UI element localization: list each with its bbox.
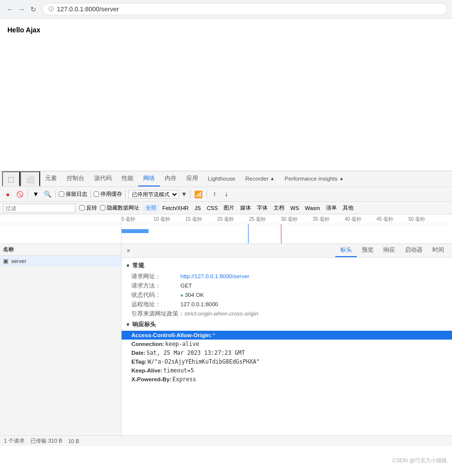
header-value-date: Sat, 25 Mar 2023 13:27:23 GMT — [147, 349, 245, 356]
wifi-icon-button[interactable]: 📶 — [194, 189, 203, 199]
timeline-header: 5 毫秒 10 毫秒 15 毫秒 20 毫秒 25 毫秒 30 毫秒 35 毫秒… — [0, 214, 452, 224]
upload-button[interactable]: ↑ — [210, 189, 220, 199]
address-bar[interactable]: ⓘ 127.0.0.1:8000/server — [42, 3, 447, 15]
tick-30ms: 30 毫秒 — [281, 216, 298, 223]
filter-manifest-btn[interactable]: 清单 — [324, 204, 339, 212]
tab-performance[interactable]: 性能 — [117, 171, 138, 186]
url-text: 127.0.0.1:8000/server — [57, 5, 119, 13]
details-tab-response[interactable]: 响应 — [378, 244, 400, 257]
devtools: ⬚ ⬜ 元素 控制台 源代码 性能 网络 内存 应用 Lighthouse Re… — [0, 171, 452, 446]
tab-recorder[interactable]: Recorder ▲ — [240, 171, 279, 186]
tick-15ms: 15 毫秒 — [185, 216, 202, 223]
forward-button[interactable]: → — [17, 4, 26, 14]
network-panel: 名称 ▣ server × 标头 预览 响应 启动器 时间 ▼ — [0, 244, 452, 435]
tick-35ms: 35 毫秒 — [313, 216, 329, 223]
tab-elements[interactable]: 元素 — [40, 171, 62, 186]
toolbar-divider-1 — [27, 190, 28, 198]
search-button[interactable]: 🔍 — [43, 189, 52, 199]
header-row-powered-by: X-Powered-By: Express — [122, 375, 452, 384]
details-tab-timing[interactable]: 时间 — [427, 244, 449, 257]
tab-lighthouse[interactable]: Lighthouse — [203, 171, 240, 186]
filter-bar: 反转 隐藏数据网址 全部 Fetch/XHR JS CSS 图片 媒体 字体 文… — [0, 202, 452, 214]
close-details-button[interactable]: × — [125, 247, 132, 255]
filter-icon-button[interactable]: ▼ — [31, 189, 41, 199]
filter-fetch-xhr-btn[interactable]: Fetch/XHR — [160, 205, 191, 212]
devtools-inspect-button[interactable]: ⬚ — [2, 171, 20, 186]
detail-row-status: 状态代码： 304 OK — [122, 291, 452, 300]
detail-key-referrer: 引荐来源网址政策： — [131, 310, 184, 317]
disable-cache-label[interactable]: 停用缓存 — [94, 190, 122, 198]
timeline-area: 5 毫秒 10 毫秒 15 毫秒 20 毫秒 25 毫秒 30 毫秒 35 毫秒… — [0, 214, 452, 244]
tab-performance-insights[interactable]: Performance insights ▲ — [280, 171, 349, 186]
filter-all-btn[interactable]: 全部 — [143, 204, 159, 212]
perf-insights-icon: ▲ — [339, 176, 344, 181]
filter-doc-btn[interactable]: 文档 — [271, 204, 287, 212]
timeline-bars-content — [122, 224, 452, 243]
download-button[interactable]: ↓ — [222, 189, 231, 199]
disable-cache-text: 停用缓存 — [100, 190, 122, 198]
toolbar-divider-4 — [125, 190, 126, 198]
timeline-bars-spacer — [0, 224, 122, 243]
status-requests: 1 个请求 — [4, 437, 25, 445]
header-value-access-control: * — [213, 332, 215, 338]
filter-media-btn[interactable]: 媒体 — [238, 204, 253, 212]
filter-ws-btn[interactable]: WS — [288, 205, 301, 212]
details-tab-headers[interactable]: 标头 — [335, 244, 357, 257]
refresh-button[interactable]: ↻ — [28, 4, 38, 14]
requests-list: 名称 ▣ server — [0, 244, 122, 435]
filter-input[interactable] — [3, 204, 75, 212]
filter-wasm-btn[interactable]: Wasm — [302, 205, 323, 212]
preserve-log-checkbox[interactable] — [59, 191, 64, 197]
back-button[interactable]: ← — [5, 4, 15, 14]
details-tab-preview[interactable]: 预览 — [357, 244, 378, 257]
filter-img-btn[interactable]: 图片 — [221, 204, 237, 212]
detail-key-method: 请求方法： — [131, 282, 180, 290]
requests-header: 名称 — [0, 244, 121, 256]
header-name-access-control: Access-Controll-Allow-Origin: — [131, 332, 212, 338]
tab-memory[interactable]: 内存 — [160, 171, 181, 186]
invert-text: 反转 — [86, 204, 97, 212]
detail-value-url: http://127.0.0.1:8000/server — [180, 273, 250, 279]
general-section-label: 常规 — [132, 262, 144, 270]
timeline-marker-red — [281, 224, 281, 243]
disable-cache-checkbox[interactable] — [94, 191, 99, 197]
hide-data-url-label[interactable]: 隐藏数据网址 — [100, 204, 139, 212]
header-value-keepalive: timeout=5 — [163, 367, 194, 374]
tick-20ms: 20 毫秒 — [217, 216, 234, 223]
devtools-device-button[interactable]: ⬜ — [20, 171, 40, 186]
request-item-server[interactable]: ▣ server — [0, 256, 121, 266]
detail-key-remote: 远程地址： — [131, 301, 180, 308]
details-tab-initiator[interactable]: 启动器 — [400, 244, 427, 257]
response-headers-section-header[interactable]: ▼ 响应标头 — [122, 318, 452, 331]
invert-label[interactable]: 反转 — [79, 204, 97, 212]
filter-other-btn[interactable]: 其他 — [340, 204, 356, 212]
header-row-connection: Connection: keep-alive — [122, 340, 452, 348]
recorder-icon: ▲ — [270, 176, 275, 181]
throttle-select[interactable]: 已停用节流模式 — [128, 190, 179, 199]
tick-5ms: 5 毫秒 — [122, 216, 135, 223]
preserve-log-text: 保留日志 — [66, 190, 87, 198]
filter-css-btn[interactable]: CSS — [204, 205, 221, 212]
detail-value-method: GET — [180, 283, 192, 289]
request-file-icon: ▣ — [3, 258, 8, 264]
tab-application[interactable]: 应用 — [181, 171, 203, 186]
invert-checkbox[interactable] — [79, 205, 85, 211]
filter-js-btn[interactable]: JS — [192, 205, 203, 212]
detail-key-url: 请求网址： — [131, 273, 180, 280]
filter-font-btn[interactable]: 字体 — [254, 204, 270, 212]
clear-button[interactable]: 🚫 — [15, 189, 25, 199]
tab-sources[interactable]: 源代码 — [89, 171, 117, 186]
detail-row-remote: 远程地址： 127.0.0.1:8000 — [122, 300, 452, 309]
hide-data-url-checkbox[interactable] — [100, 205, 105, 211]
status-size: 10 B — [68, 438, 79, 444]
general-section-header[interactable]: ▼ 常规 — [122, 260, 452, 272]
tab-console[interactable]: 控制台 — [62, 171, 89, 186]
tab-network[interactable]: 网络 — [138, 171, 160, 186]
details-panel: × 标头 预览 响应 启动器 时间 ▼ 常规 请求网址： http://127.… — [122, 244, 452, 435]
hide-data-url-text: 隐藏数据网址 — [107, 204, 139, 212]
detail-value-remote: 127.0.0.1:8000 — [180, 301, 218, 307]
preserve-log-label[interactable]: 保留日志 — [59, 190, 87, 198]
record-button[interactable]: ● — [3, 189, 13, 199]
header-name-etag: ETag: — [131, 359, 147, 365]
header-name-powered-by: X-Powered-By: — [131, 376, 172, 382]
